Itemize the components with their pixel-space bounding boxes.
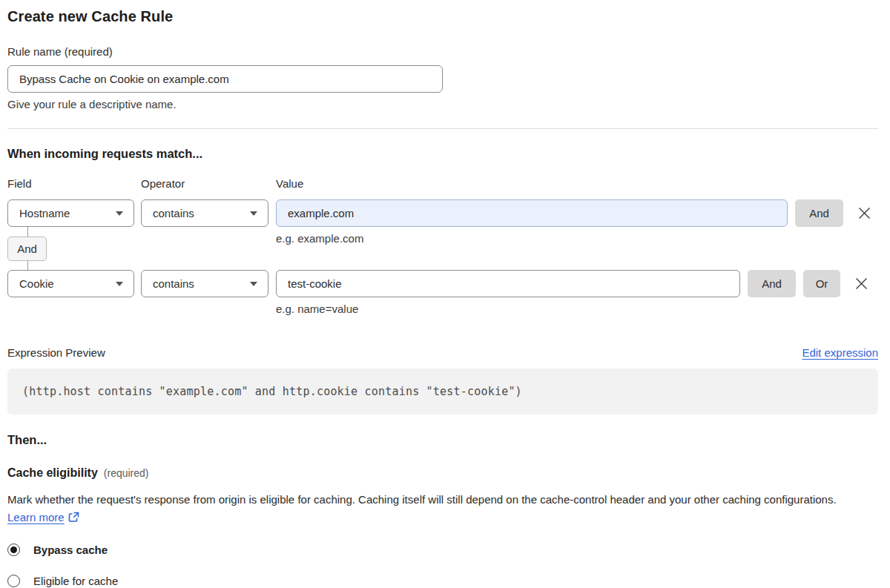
cache-eligibility-options: Bypass cache Eligible for cache (7, 544, 878, 587)
match-heading: When incoming requests match... (7, 147, 878, 161)
learn-more-link[interactable]: Learn more (7, 511, 65, 523)
radio-option-bypass-cache[interactable]: Bypass cache (7, 544, 878, 556)
radio-unselected-icon[interactable] (7, 575, 20, 587)
operator-select-value: contains (153, 277, 194, 290)
value-column-label: Value (276, 177, 303, 190)
remove-condition-button[interactable] (853, 270, 869, 297)
remove-condition-button[interactable] (856, 199, 872, 227)
cache-eligibility-heading: Cache eligibility (required) (7, 466, 878, 480)
chevron-down-icon (116, 282, 123, 286)
rule-name-help: Give your rule a descriptive name. (7, 98, 878, 110)
close-icon (854, 277, 868, 291)
value-input[interactable] (276, 199, 788, 227)
expression-preview-header: Expression Preview Edit expression (7, 346, 878, 359)
field-select[interactable]: Cookie (7, 270, 134, 297)
radio-label: Bypass cache (33, 544, 108, 556)
field-select[interactable]: Hostname (7, 199, 134, 227)
cache-eligibility-title: Cache eligibility (7, 466, 98, 480)
operator-column-label: Operator (141, 177, 276, 190)
then-heading: Then... (7, 433, 878, 447)
value-input[interactable] (276, 270, 740, 297)
field-select-value: Hostname (19, 207, 70, 219)
radio-selected-icon[interactable] (7, 544, 20, 556)
condition-connector-zone: And e.g. example.com (7, 227, 878, 270)
and-button[interactable]: And (748, 270, 796, 297)
expression-code-block: (http.host contains "example.com" and ht… (7, 369, 878, 414)
rule-name-input[interactable] (7, 65, 443, 93)
close-icon (857, 206, 871, 220)
operator-select[interactable]: contains (141, 199, 268, 227)
condition-row: Cookie contains And Or (7, 270, 878, 297)
radio-option-eligible-for-cache[interactable]: Eligible for cache (7, 575, 878, 587)
operator-select[interactable]: contains (141, 270, 268, 297)
chevron-down-icon (250, 211, 257, 216)
expression-code: (http.host contains "example.com" and ht… (22, 385, 522, 398)
rule-name-group: Rule name (required) Give your rule a de… (7, 45, 878, 110)
chevron-down-icon (116, 211, 123, 216)
field-column-label: Field (7, 177, 141, 190)
create-cache-rule-form: Create new Cache Rule Rule name (require… (7, 0, 878, 587)
rule-name-label: Rule name (required) (7, 45, 878, 58)
operator-select-value: contains (153, 207, 194, 219)
chevron-down-icon (250, 282, 257, 286)
external-link-icon (68, 510, 79, 528)
value-hint: e.g. example.com (276, 232, 363, 245)
expression-preview-label: Expression Preview (7, 346, 105, 359)
field-select-value: Cookie (19, 277, 54, 290)
cache-eligibility-description: Mark whether the request's response from… (7, 491, 866, 528)
value-hint: e.g. name=value (276, 303, 878, 315)
condition-column-labels: Field Operator Value (7, 177, 878, 190)
edit-expression-link[interactable]: Edit expression (802, 346, 878, 359)
or-button[interactable]: Or (803, 270, 840, 297)
condition-row: Hostname contains And (7, 199, 878, 227)
description-text: Mark whether the request's response from… (7, 493, 837, 506)
required-note: (required) (104, 467, 149, 479)
radio-label: Eligible for cache (33, 575, 118, 587)
and-button[interactable]: And (795, 199, 843, 227)
connector-and-button[interactable]: And (7, 237, 47, 261)
section-divider (7, 128, 878, 129)
page-title: Create new Cache Rule (7, 8, 878, 25)
